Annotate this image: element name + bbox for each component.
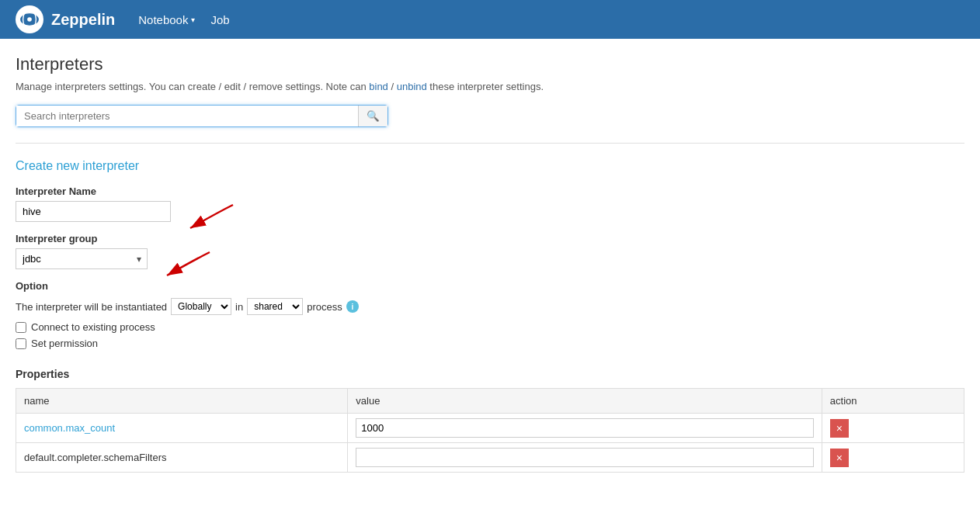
interpreter-name-wrapper (16, 201, 171, 222)
shared-select[interactable]: shared scoped isolated (247, 298, 303, 315)
header-nav: Notebook ▾ Job (138, 13, 229, 26)
nav-job[interactable]: Job (210, 13, 229, 26)
header: Zeppelin Notebook ▾ Job (0, 0, 980, 39)
main-content: Interpreters Manage interpreters setting… (0, 39, 980, 488)
prop-action-cell-2: × (822, 443, 964, 473)
prop-name-text: default.completer.schemaFilters (24, 452, 167, 463)
logo-text: Zeppelin (51, 11, 115, 29)
instantiated-text: The interpreter will be instantiated (16, 301, 167, 313)
search-button[interactable]: 🔍 (358, 106, 387, 126)
prop-name-link[interactable]: common.max_count (24, 422, 115, 434)
nav-notebook[interactable]: Notebook ▾ (138, 13, 195, 26)
properties-title: Properties (16, 368, 964, 380)
svg-point-2 (27, 17, 32, 22)
interpreter-group-label: Interpreter group (16, 233, 964, 244)
info-icon[interactable]: i (346, 300, 359, 313)
delete-button-2[interactable]: × (830, 449, 849, 467)
process-text: process (307, 301, 342, 313)
connect-existing-label[interactable]: Connect to existing process (31, 321, 155, 333)
table-row: common.max_count × (16, 414, 964, 443)
prop-value-input[interactable] (356, 418, 814, 438)
globally-select[interactable]: Globally Per User (171, 298, 231, 315)
notebook-dropdown-arrow: ▾ (191, 16, 195, 24)
search-bar: 🔍 (16, 105, 388, 127)
prop-name-cell-2: default.completer.schemaFilters (16, 443, 348, 473)
search-icon: 🔍 (367, 110, 380, 122)
set-permission-checkbox[interactable] (16, 338, 26, 349)
col-header-action: action (822, 389, 964, 414)
table-row: default.completer.schemaFilters × (16, 443, 964, 473)
properties-section: Properties name value action common.max_… (16, 368, 964, 473)
in-text: in (235, 301, 243, 313)
logo: Zeppelin (16, 5, 115, 33)
bind-link[interactable]: bind (369, 81, 388, 92)
interpreter-group-select[interactable]: jdbc spark python md angular sh (16, 248, 148, 269)
col-header-value: value (348, 389, 822, 414)
prop-value-cell (348, 414, 822, 443)
prop-action-cell: × (822, 414, 964, 443)
page-title: Interpreters (16, 54, 964, 74)
interpreter-group-wrapper: jdbc spark python md angular sh (16, 248, 148, 269)
option-group: Option The interpreter will be instantia… (16, 280, 964, 349)
section-divider (16, 143, 964, 144)
properties-table: name value action common.max_count × (16, 388, 964, 473)
unbind-link[interactable]: unbind (397, 81, 427, 92)
page-description: Manage interpreters settings. You can cr… (16, 81, 964, 92)
prop-value-cell-2 (348, 443, 822, 473)
interpreter-name-group: Interpreter Name (16, 185, 964, 222)
set-permission-label[interactable]: Set permission (31, 338, 98, 349)
instantiated-row: The interpreter will be instantiated Glo… (16, 298, 964, 315)
prop-name-cell: common.max_count (16, 414, 348, 443)
delete-button[interactable]: × (830, 419, 849, 438)
interpreter-name-label: Interpreter Name (16, 185, 964, 197)
prop-value-input-2[interactable] (356, 448, 814, 467)
interpreter-group-group: Interpreter group jdbc spark python md a… (16, 233, 964, 269)
table-header-row: name value action (16, 389, 964, 414)
option-label: Option (16, 280, 964, 292)
interpreter-name-input[interactable] (16, 201, 171, 222)
col-header-name: name (16, 389, 348, 414)
search-input[interactable] (16, 106, 358, 126)
connect-existing-checkbox[interactable] (16, 322, 26, 333)
connect-existing-row: Connect to existing process (16, 321, 964, 333)
logo-icon (16, 5, 43, 33)
set-permission-row: Set permission (16, 338, 964, 349)
create-section-title: Create new interpreter (16, 159, 964, 173)
